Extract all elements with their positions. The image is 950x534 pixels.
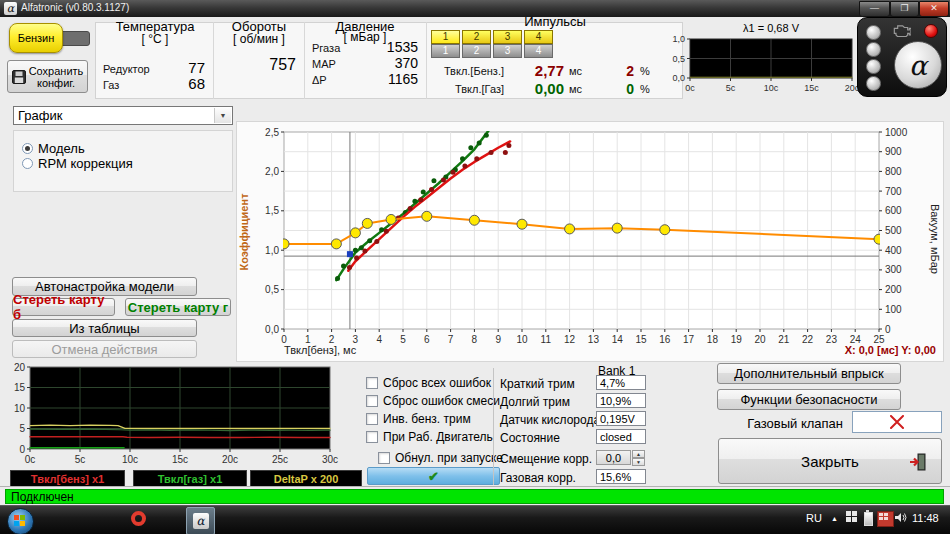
red-x-icon: [889, 415, 905, 429]
svg-text:4: 4: [376, 334, 382, 345]
svg-text:8: 8: [472, 334, 478, 345]
spinner-down-icon[interactable]: ▼: [632, 458, 645, 466]
svg-text:7: 7: [448, 334, 454, 345]
erase-gasoline-map-button[interactable]: Стереть карту б: [12, 298, 115, 316]
legend-gas: Твкл[газ] x1: [133, 470, 247, 487]
opera-icon[interactable]: [131, 511, 146, 526]
led-icon: [866, 42, 881, 57]
network-icon[interactable]: [846, 511, 858, 523]
model-chart[interactable]: 0123456789101112131415161718192021222324…: [237, 123, 943, 347]
checkbox-invert-gasoline-trim[interactable]: [366, 413, 378, 425]
svg-text:700: 700: [885, 186, 902, 197]
deltap-value: 1165: [360, 71, 418, 87]
confirm-button[interactable]: ✔: [367, 467, 500, 485]
injector-4-bottom-button[interactable]: 4: [524, 44, 553, 58]
temperature-unit: [ °C ]: [97, 32, 213, 46]
svg-text:1,0: 1,0: [672, 35, 685, 44]
alfatronic-taskbar-button[interactable]: α: [186, 507, 215, 534]
close-app-button[interactable]: Закрыть: [718, 438, 942, 484]
injector-1-bottom-button[interactable]: 1: [431, 44, 460, 58]
injector-4-top-button[interactable]: 4: [524, 30, 553, 44]
short-trim-field: 4,7%: [596, 375, 646, 390]
led-icon: [866, 25, 881, 40]
time-chart: 0с5с10с15с20с25с30с05101520: [6, 362, 352, 465]
legend-gas-label: Твкл[газ] x1: [158, 473, 223, 485]
legend-deltap-label: DeltaP x 200: [274, 473, 339, 485]
svg-text:10с: 10с: [122, 454, 138, 465]
alert-tray-icon[interactable]: [877, 511, 894, 527]
status-divider: [0, 486, 950, 487]
gas-valve-button[interactable]: [852, 411, 942, 433]
checkbox-zero-on-start[interactable]: [378, 452, 390, 464]
extra-injection-button[interactable]: Дополнительный впрыск: [717, 363, 901, 384]
lambda-chart-title: λ1 = 0,68 V: [690, 22, 852, 34]
tray-expand-icon[interactable]: ▲: [831, 515, 838, 522]
svg-text:6: 6: [424, 334, 430, 345]
checkbox-reset-all-errors[interactable]: [366, 377, 378, 389]
application-window: α Alfatronic (v0.80.3.1127) — ❐ ✕ Бензин…: [0, 0, 950, 534]
svg-text:20с: 20с: [222, 454, 238, 465]
device-panel: α: [857, 17, 947, 97]
long-trim-value: 10,9%: [600, 395, 631, 407]
injector-3-bottom-button[interactable]: 3: [493, 44, 522, 58]
short-trim-value: 4,7%: [600, 377, 625, 389]
gas-correction-value: 15,6%: [600, 471, 631, 483]
safety-functions-button[interactable]: Функции безопасности: [717, 389, 901, 410]
correction-offset-field[interactable]: 0,0: [596, 450, 631, 465]
oxygen-sensor-field: 0,195V: [596, 411, 646, 426]
radio-rpm-correction-label: RPM коррекция: [38, 156, 133, 171]
gas-temp-value: 68: [158, 75, 205, 92]
short-trim-label: Краткий трим: [500, 377, 575, 391]
minimize-button[interactable]: —: [859, 1, 890, 17]
close-icon: ✕: [930, 3, 938, 13]
svg-text:5: 5: [19, 423, 25, 434]
fuel-toggle-label: Бензин: [18, 32, 55, 44]
alpha-logo-button[interactable]: α: [894, 41, 942, 89]
rpm-value: 757: [228, 56, 296, 74]
injector-2-top-button[interactable]: 2: [462, 30, 491, 44]
radio-model[interactable]: [22, 143, 33, 154]
legend-deltap: DeltaP x 200: [250, 470, 362, 487]
volume-icon[interactable]: [894, 511, 907, 524]
injector-2-bottom-button[interactable]: 2: [462, 44, 491, 58]
fuel-toggle-button[interactable]: Бензин: [9, 23, 63, 53]
tinj-gas-pct-unit: %: [640, 83, 650, 95]
save-config-button[interactable]: Сохранитьконфиг.: [7, 60, 88, 93]
close-button[interactable]: ✕: [919, 1, 949, 17]
state-value: closed: [600, 431, 632, 443]
lambda-chart: 0с5с10с15с20с0,00,51,0: [664, 35, 860, 93]
svg-text:1000: 1000: [885, 127, 908, 138]
svg-text:10: 10: [516, 334, 528, 345]
injector-1-top-button[interactable]: 1: [431, 30, 460, 44]
svg-text:12: 12: [564, 334, 576, 345]
tinj-gas-label: Твкл.[Газ]: [440, 83, 504, 95]
svg-text:15: 15: [14, 382, 26, 393]
reducer-temp-label: Редуктор: [103, 63, 150, 75]
save-icon: [12, 70, 26, 84]
injector-3-top-button[interactable]: 3: [493, 30, 522, 44]
spinner-up-icon[interactable]: ▲: [632, 450, 645, 458]
checkbox-reset-all-errors-label: Сброс всех ошибок: [383, 376, 491, 390]
gas-correction-label: Газовая корр.: [500, 471, 576, 485]
checkbox-engine-running-label: При Раб. Двигатель: [383, 430, 493, 444]
language-indicator[interactable]: RU: [806, 512, 822, 524]
radio-rpm-correction[interactable]: [22, 158, 33, 169]
graph-type-select[interactable]: График ▼: [13, 106, 233, 125]
windows-start-button[interactable]: [7, 508, 34, 534]
erase-gas-map-button[interactable]: Стереть карту г: [125, 298, 231, 316]
alfatronic-taskbar-icon: α: [193, 513, 209, 529]
correction-offset-stepper[interactable]: ▲▼: [632, 450, 645, 465]
battery-icon[interactable]: [864, 512, 873, 526]
main-chart-y-label: Коэффициент: [238, 152, 250, 312]
svg-text:14: 14: [612, 334, 624, 345]
svg-text:20: 20: [14, 362, 26, 373]
checkbox-engine-running[interactable]: [366, 431, 378, 443]
windows-logo-icon: [14, 515, 26, 527]
from-table-button[interactable]: Из таблицы: [12, 319, 197, 337]
svg-text:300: 300: [885, 264, 902, 275]
pgas-label: Ргаза: [312, 42, 340, 54]
checkbox-invert-gasoline-trim-label: Инв. бенз. трим: [383, 412, 471, 426]
maximize-button[interactable]: ❐: [890, 1, 919, 17]
svg-text:0: 0: [885, 324, 891, 335]
checkbox-reset-mixture-errors[interactable]: [366, 395, 378, 407]
